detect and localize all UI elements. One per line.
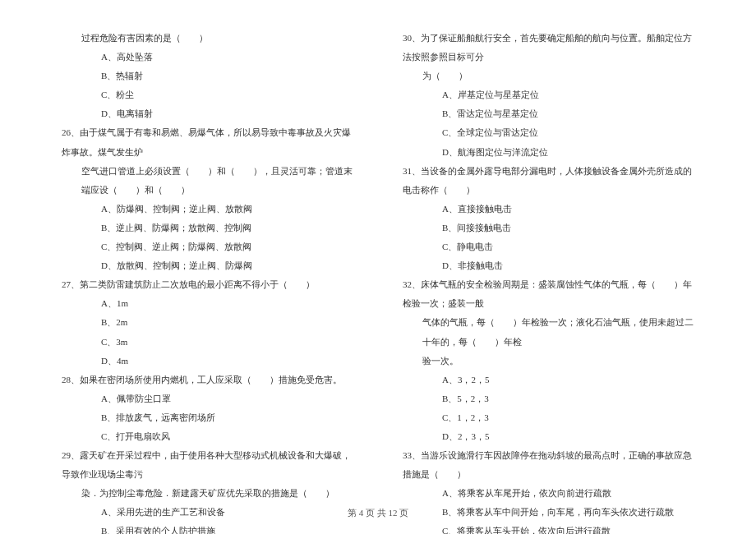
text-line: B、逆止阀、防爆阀；放散阀、控制阀 — [62, 219, 353, 237]
text-line: C、3m — [62, 333, 353, 352]
text-line: D、航海图定位与洋流定位 — [403, 143, 694, 162]
text-line: D、放散阀、控制阀；逆止阀、防爆阀 — [62, 256, 353, 275]
text-line: A、佩带防尘口罩 — [62, 389, 353, 408]
text-line: B、排放废气，远离密闭场所 — [62, 408, 353, 427]
right-column: 30、为了保证船舶航行安全，首先要确定船舶的航向与位置。船舶定位方法按照参照目标… — [403, 29, 694, 489]
text-line: 27、第二类防雷建筑防止二次放电的最小距离不得小于（ ） — [62, 275, 353, 294]
text-line: C、打开电扇吹风 — [62, 427, 353, 446]
text-line: A、将乘客从车尾开始，依次向前进行疏散 — [403, 484, 694, 503]
text-line: 空气进口管道上必须设置（ ）和（ ），且灵活可靠；管道末端应设（ ）和（ ） — [62, 162, 353, 200]
text-line: 33、当游乐设施滑行车因故障停在拖动斜坡的最高点时，正确的事故应急措施是（ ） — [403, 446, 694, 484]
document-columns: 过程危险有害因素的是（ ）A、高处坠落B、热辐射C、粉尘D、电离辐射26、由于煤… — [62, 29, 694, 489]
text-line: A、1m — [62, 294, 353, 313]
text-line: A、直接接触电击 — [403, 200, 694, 219]
text-line: D、非接触电击 — [403, 256, 694, 275]
text-line: 29、露天矿在开采过程中，由于使用各种大型移动式机械设备和大爆破，导致作业现场尘… — [62, 446, 353, 484]
text-line: C、将乘客从车头开始，依次向后进行疏散 — [403, 522, 694, 534]
text-line: 26、由于煤气属于有毒和易燃、易爆气体，所以易导致中毒事故及火灾爆炸事故。煤气发… — [62, 123, 353, 161]
text-line: C、全球定位与雷达定位 — [403, 123, 694, 142]
text-line: 30、为了保证船舶航行安全，首先要确定船舶的航向与位置。船舶定位方法按照参照目标… — [403, 29, 694, 67]
text-line: C、1，2，3 — [403, 408, 694, 427]
text-line: 为（ ） — [403, 67, 694, 85]
page-footer: 第 4 页 共 12 页 — [0, 507, 756, 519]
text-line: C、粉尘 — [62, 85, 353, 104]
text-line: 染．为控制尘毒危险．新建露天矿应优先采取的措施是（ ） — [62, 484, 353, 503]
text-line: D、电离辐射 — [62, 104, 353, 123]
left-column: 过程危险有害因素的是（ ）A、高处坠落B、热辐射C、粉尘D、电离辐射26、由于煤… — [62, 29, 353, 489]
text-line: 28、如果在密闭场所使用内燃机，工人应采取（ ）措施免受危害。 — [62, 371, 353, 389]
text-line: C、静电电击 — [403, 237, 694, 256]
text-line: C、控制阀、逆止阀；防爆阀、放散阀 — [62, 237, 353, 256]
text-line: 过程危险有害因素的是（ ） — [62, 29, 353, 48]
text-line: B、热辐射 — [62, 67, 353, 85]
text-line: A、防爆阀、控制阀；逆止阀、放散阀 — [62, 200, 353, 219]
text-line: A、3，2，5 — [403, 371, 694, 389]
text-line: 气体的气瓶，每（ ）年检验一次；液化石油气瓶，使用未超过二十年的，每（ ）年检 — [403, 313, 694, 351]
text-line: D、2，3，5 — [403, 427, 694, 446]
text-line: 验一次。 — [403, 352, 694, 371]
text-line: B、雷达定位与星基定位 — [403, 104, 694, 123]
text-line: 31、当设备的金属外露导电部分漏电时，人体接触设备金属外壳所造成的电击称作（ ） — [403, 162, 694, 200]
text-line: A、高处坠落 — [62, 48, 353, 67]
text-line: 32、床体气瓶的安全检验周期是：盛装腐蚀性气体的气瓶，每（ ）年检验一次；盛装一… — [403, 275, 694, 313]
text-line: B、5，2，3 — [403, 389, 694, 408]
text-line: B、2m — [62, 313, 353, 332]
text-line: B、采用有效的个人防护措施 — [62, 522, 353, 534]
text-line: B、间接接触电击 — [403, 219, 694, 237]
text-line: A、岸基定位与星基定位 — [403, 85, 694, 104]
text-line: D、4m — [62, 352, 353, 371]
